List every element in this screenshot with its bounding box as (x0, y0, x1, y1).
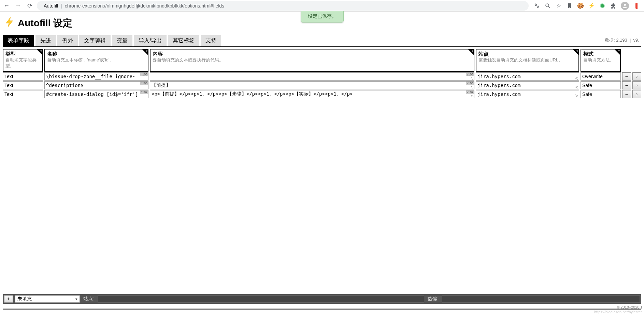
address-bar[interactable]: Autofill | chrome-extension://nlmmgnhgde… (37, 1, 529, 11)
tab-form-fields[interactable]: 表单字段 (3, 35, 34, 46)
data-count: 数据: 2,193 | v9. (605, 37, 641, 45)
tab-support[interactable]: 支持 (201, 35, 221, 46)
name-badge: n106 (140, 82, 148, 85)
type-select[interactable]: Text (3, 72, 43, 81)
site-input[interactable]: jira.hypers.com (476, 90, 579, 98)
back-button[interactable]: ← (2, 1, 11, 10)
name-input[interactable]: ^description$n106 (44, 81, 148, 89)
name-input[interactable]: #create-issue-dialog [id$='ifr']n107 (44, 90, 148, 98)
resize-handle[interactable] (575, 95, 578, 97)
saved-toast: 设定已保存。 (301, 11, 344, 23)
value-input[interactable]: <p>【前提】</p><p>1、</p><p>【步骤】</p><p>1、</p>… (150, 90, 474, 98)
col-header-site: 站点 需要触发自动填充的文档标题或页面URL。 (476, 49, 579, 72)
svg-point-0 (546, 4, 549, 7)
svg-point-1 (624, 4, 626, 6)
tabs: 表单字段 先进 例外 文字剪辑 变量 导入/导出 其它标签 支持 (3, 35, 605, 46)
tab-exceptions[interactable]: 例外 (57, 35, 78, 46)
tab-other[interactable]: 其它标签 (168, 35, 199, 46)
value-badge: v107 (466, 90, 474, 94)
value-input[interactable]: v105 (150, 72, 474, 81)
forward-button[interactable]: → (14, 1, 23, 10)
mode-select[interactable]: Safe (581, 81, 621, 89)
name-badge: n105 (140, 73, 148, 76)
help-icon[interactable] (615, 49, 620, 55)
tab-variables[interactable]: 变量 (112, 35, 132, 46)
rules-table-body: Text\bissue-drop-zone__file ignore-n105v… (3, 72, 641, 98)
browser-action-icons: ☆ 🍪 ⚡ (531, 2, 642, 10)
url-extension-name: Autofill (44, 3, 58, 9)
mode-select[interactable]: Safe (581, 90, 621, 98)
url-separator: | (61, 3, 62, 9)
bookmark-ext-icon[interactable] (566, 2, 573, 9)
help-icon[interactable] (468, 49, 474, 55)
name-input[interactable]: \bissue-drop-zone__file ignore-n105 (44, 72, 148, 81)
move-row-button[interactable]: › (632, 81, 641, 89)
translate-icon[interactable] (533, 2, 540, 9)
mode-select[interactable]: Overwrite (581, 72, 621, 81)
value-badge: v105 (466, 73, 474, 76)
type-select[interactable]: Text (3, 90, 43, 98)
resize-handle[interactable] (471, 86, 473, 88)
help-icon[interactable] (573, 49, 578, 55)
delete-row-button[interactable]: – (622, 90, 631, 98)
resize-handle[interactable] (575, 86, 578, 88)
zoom-icon[interactable] (544, 2, 551, 9)
site-input[interactable]: jira.hypers.com (476, 81, 579, 89)
tab-text-clips[interactable]: 文字剪辑 (79, 35, 111, 46)
red-edge-indicator (633, 2, 640, 9)
column-headers: 类型 自动填充字段类型。 名称 自动填充文本标签，'name'或'id'。 内容… (3, 49, 641, 72)
green-dot-ext-icon[interactable] (599, 2, 606, 9)
col-header-name: 名称 自动填充文本标签，'name'或'id'。 (44, 49, 148, 72)
move-row-button[interactable]: › (632, 90, 641, 98)
profile-avatar[interactable] (621, 2, 629, 10)
delete-row-button[interactable]: – (622, 72, 631, 81)
table-row: Text#create-issue-dialog [id$='ifr']n107… (3, 90, 641, 98)
tab-import-export[interactable]: 导入/导出 (134, 35, 167, 46)
browser-toolbar: ← → ⟳ Autofill | chrome-extension://nlmm… (0, 0, 644, 12)
help-icon[interactable] (37, 49, 42, 55)
col-header-type: 类型 自动填充字段类型。 (3, 49, 43, 72)
table-row: Text^description$n106【前提】v106jira.hypers… (3, 81, 641, 89)
star-icon[interactable]: ☆ (555, 2, 562, 9)
type-select[interactable]: Text (3, 81, 43, 89)
resize-handle[interactable] (471, 95, 473, 97)
delete-row-button[interactable]: – (622, 81, 631, 89)
extensions-icon[interactable] (610, 2, 617, 9)
value-badge: v106 (466, 82, 474, 85)
value-input[interactable]: 【前提】v106 (150, 81, 474, 89)
autofill-ext-icon[interactable]: ⚡ (588, 2, 595, 9)
resize-handle[interactable] (575, 77, 578, 80)
resize-handle[interactable] (471, 77, 473, 80)
page-title: Autofill 设定 (18, 17, 72, 30)
cookie-ext-icon[interactable]: 🍪 (577, 2, 584, 9)
name-badge: n107 (140, 90, 148, 94)
site-input[interactable]: jira.hypers.com (476, 72, 579, 81)
bolt-icon (4, 16, 16, 30)
reload-button[interactable]: ⟳ (25, 1, 34, 10)
help-icon[interactable] (142, 49, 148, 55)
move-row-button[interactable]: › (632, 72, 641, 81)
col-header-value: 内容 要自动填充的文本或要执行的代码。 (150, 49, 474, 72)
tab-advanced[interactable]: 先进 (35, 35, 56, 46)
col-header-mode: 模式 自动填充方法。 (581, 49, 621, 72)
url-text: chrome-extension://nlmmgnhgdeffjkdckmikf… (65, 3, 224, 9)
table-row: Text\bissue-drop-zone__file ignore-n105v… (3, 72, 641, 81)
